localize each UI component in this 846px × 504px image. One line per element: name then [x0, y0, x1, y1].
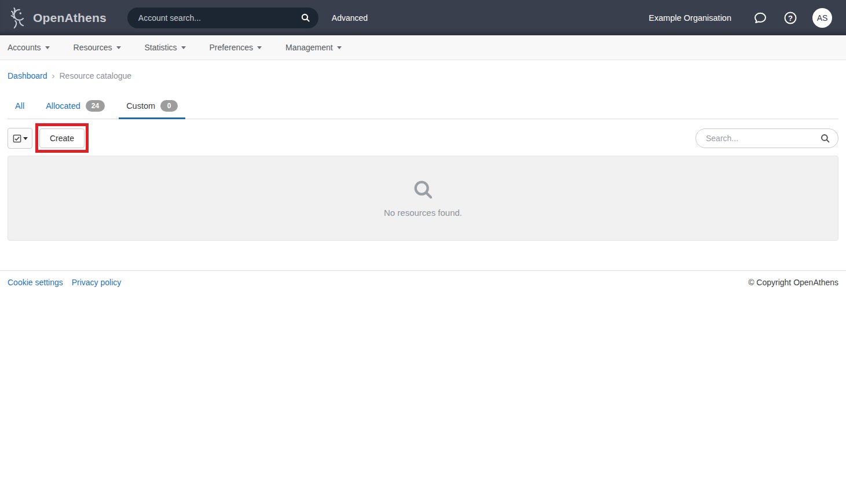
breadcrumb-separator-icon: › [52, 71, 55, 80]
nav-preferences[interactable]: Preferences [210, 43, 262, 52]
tab-allocated-count-badge: 24 [86, 100, 105, 112]
nav-preferences-label: Preferences [210, 43, 253, 52]
cookie-settings-link[interactable]: Cookie settings [8, 278, 63, 287]
tab-all-label: All [15, 101, 24, 111]
footer-inner: Cookie settings Privacy policy © Copyrig… [0, 271, 846, 295]
breadcrumb-dashboard-link[interactable]: Dashboard [8, 71, 47, 80]
empty-state-panel: No resources found. [8, 156, 838, 241]
footer-links: Cookie settings Privacy policy [8, 278, 121, 287]
empty-state-message: No resources found. [384, 208, 462, 218]
brand-name: OpenAthens [33, 11, 107, 25]
chat-bubble-icon [753, 11, 767, 25]
openathens-logo-icon [7, 5, 29, 31]
top-bar-right: Example Organisation ? AS [649, 8, 832, 28]
nav-management[interactable]: Management [285, 43, 342, 52]
feedback-button[interactable] [752, 10, 768, 26]
create-button-wrapper: Create [39, 128, 85, 148]
help-button[interactable]: ? [782, 10, 799, 26]
resource-search-input[interactable] [696, 134, 820, 143]
tab-bar: All Allocated 24 Custom 0 [8, 94, 838, 119]
advanced-search-link[interactable]: Advanced [332, 13, 368, 23]
search-icon [301, 13, 310, 23]
tab-custom-label: Custom [126, 101, 155, 111]
tab-allocated[interactable]: Allocated 24 [38, 94, 112, 119]
toolbar-left: Create [8, 128, 85, 149]
nav-accounts[interactable]: Accounts [8, 43, 50, 52]
select-all-dropdown-button[interactable] [8, 128, 32, 149]
nav-statistics-label: Statistics [145, 43, 177, 52]
top-bar: OpenAthens Advanced Example Organisation [0, 0, 846, 35]
checkbox-icon [13, 134, 21, 143]
nav-resources-label: Resources [74, 43, 112, 52]
copyright-text: © Copyright OpenAthens [748, 278, 838, 287]
privacy-policy-link[interactable]: Privacy policy [72, 278, 122, 287]
nav-statistics[interactable]: Statistics [145, 43, 186, 52]
svg-text:?: ? [788, 13, 793, 22]
create-button[interactable]: Create [39, 128, 85, 148]
account-search-input[interactable] [127, 13, 293, 23]
search-icon [412, 179, 434, 200]
account-search [127, 8, 318, 28]
tab-custom-count-badge: 0 [160, 100, 178, 112]
nav-accounts-label: Accounts [8, 43, 41, 52]
nav-resources[interactable]: Resources [74, 43, 121, 52]
page: OpenAthens Advanced Example Organisation [0, 0, 846, 504]
main-nav: Accounts Resources Statistics Preference… [0, 35, 846, 60]
toolbar: Create [8, 128, 838, 149]
chevron-down-icon [45, 46, 50, 49]
chevron-down-icon [181, 46, 186, 49]
nav-management-label: Management [285, 43, 333, 52]
account-search-button[interactable] [293, 8, 318, 28]
breadcrumb: Dashboard › Resource catalogue [8, 60, 838, 80]
organisation-name: Example Organisation [649, 13, 731, 23]
avatar[interactable]: AS [812, 8, 832, 28]
tab-all[interactable]: All [8, 94, 32, 119]
footer: Cookie settings Privacy policy © Copyrig… [0, 270, 846, 295]
search-icon [820, 133, 830, 144]
main-content: Dashboard › Resource catalogue All Alloc… [0, 60, 846, 241]
chevron-down-icon [337, 46, 342, 49]
chevron-down-icon [23, 137, 28, 140]
resource-search [695, 128, 838, 148]
help-icon: ? [783, 11, 797, 25]
tab-custom[interactable]: Custom 0 [119, 94, 185, 119]
chevron-down-icon [116, 46, 121, 49]
brand[interactable]: OpenAthens [7, 5, 107, 31]
chevron-down-icon [257, 46, 262, 49]
breadcrumb-current: Resource catalogue [60, 71, 132, 80]
tab-allocated-label: Allocated [46, 101, 80, 111]
